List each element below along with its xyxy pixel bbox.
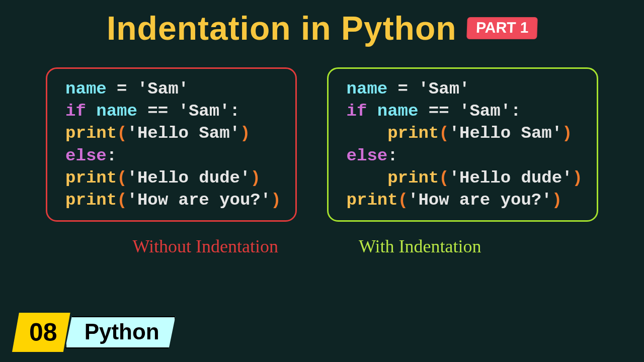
token-str: 'Sam' (179, 102, 230, 121)
title-row: Indentation in Python PART 1 (0, 0, 644, 47)
token-paren: ) (271, 191, 281, 210)
code-line: print('How are you?') (347, 189, 583, 211)
token-paren: ( (439, 168, 449, 188)
token-func: print (65, 124, 117, 143)
token-keyword: if (347, 102, 367, 121)
token-paren: ) (250, 168, 260, 188)
token-var: name (86, 102, 147, 121)
token-func: print (387, 124, 439, 143)
token-func: print (387, 168, 439, 188)
token-str: 'Sam' (459, 102, 511, 121)
token-paren: ( (117, 191, 127, 210)
token-op: = (107, 79, 137, 99)
code-box-with-indent: name = 'Sam' if name == 'Sam': print('He… (327, 67, 598, 222)
captions-row: Without Indentation With Indentation (0, 236, 644, 257)
code-line: print('How are you?') (65, 189, 281, 211)
token-str: 'How are you?' (127, 191, 271, 210)
code-line: print('Hello dude') (347, 167, 583, 189)
caption-without: Without Indentation (133, 236, 279, 257)
token-paren: ( (117, 168, 127, 188)
token-str: 'How are you?' (408, 191, 552, 210)
part-badge: PART 1 (466, 17, 538, 39)
token-op: == (147, 102, 178, 121)
code-line: if name == 'Sam': (347, 100, 583, 122)
page-title: Indentation in Python (107, 9, 457, 47)
token-str: 'Sam' (418, 79, 469, 99)
token-keyword: else (65, 146, 107, 165)
token-var: name (65, 79, 107, 99)
code-line: name = 'Sam' (65, 78, 281, 100)
token-keyword: else (347, 146, 388, 165)
token-paren: ( (439, 124, 449, 143)
language-badge: Python (65, 316, 176, 348)
token-indent (347, 124, 388, 143)
token-func: print (347, 191, 398, 210)
footer-badges: 08 Python (12, 313, 176, 352)
token-str: 'Hello dude' (127, 168, 251, 188)
code-boxes: name = 'Sam' if name == 'Sam': print('He… (0, 67, 644, 222)
token-colon: : (230, 102, 240, 121)
token-str: 'Hello Sam' (449, 124, 562, 143)
token-paren: ) (240, 124, 250, 143)
code-line: name = 'Sam' (347, 78, 583, 100)
token-paren: ( (117, 124, 127, 143)
token-colon: : (511, 102, 521, 121)
code-line: print('Hello dude') (65, 167, 281, 189)
token-colon: : (387, 146, 397, 165)
code-line: else: (65, 145, 281, 167)
token-indent (347, 168, 388, 188)
token-paren: ) (573, 168, 583, 188)
token-paren: ) (552, 191, 562, 210)
code-line: print('Hello Sam') (65, 122, 281, 144)
lesson-number-badge: 08 (12, 313, 70, 352)
token-var: name (347, 79, 388, 99)
token-paren: ) (562, 124, 572, 143)
token-op: == (429, 102, 459, 121)
token-str: 'Sam' (137, 79, 189, 99)
token-str: 'Hello Sam' (127, 124, 240, 143)
token-keyword: if (65, 102, 86, 121)
code-line: if name == 'Sam': (65, 100, 281, 122)
token-var: name (367, 102, 428, 121)
code-line: else: (347, 145, 583, 167)
token-func: print (65, 168, 117, 188)
token-colon: : (107, 146, 117, 165)
caption-with: With Indentation (359, 236, 481, 257)
token-func: print (65, 191, 117, 210)
token-paren: ( (398, 191, 408, 210)
code-box-without-indent: name = 'Sam' if name == 'Sam': print('He… (46, 67, 297, 222)
token-op: = (387, 79, 418, 99)
code-line: print('Hello Sam') (347, 122, 583, 144)
token-str: 'Hello dude' (449, 168, 573, 188)
